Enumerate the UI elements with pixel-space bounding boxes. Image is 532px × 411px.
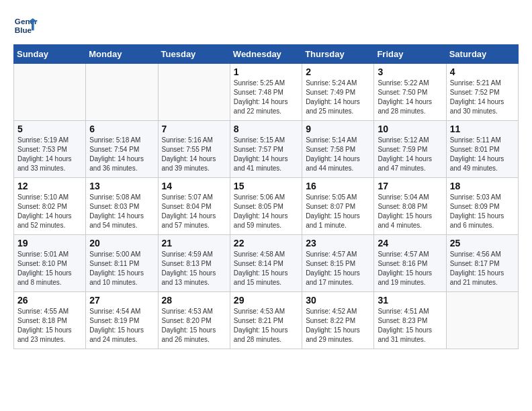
day-number: 19 [17,238,82,248]
day-info: Sunrise: 5:07 AM Sunset: 8:04 PM Dayligh… [162,193,226,230]
calendar-cell: 27Sunrise: 4:54 AM Sunset: 8:19 PM Dayli… [86,292,158,349]
calendar-cell: 5Sunrise: 5:19 AM Sunset: 7:53 PM Daylig… [14,121,86,178]
day-info: Sunrise: 5:21 AM Sunset: 7:52 PM Dayligh… [450,79,515,116]
day-info: Sunrise: 4:59 AM Sunset: 8:13 PM Dayligh… [162,250,226,287]
day-info: Sunrise: 5:19 AM Sunset: 7:53 PM Dayligh… [17,136,82,173]
calendar-cell: 20Sunrise: 5:00 AM Sunset: 8:11 PM Dayli… [86,235,158,292]
day-number: 2 [306,66,370,77]
day-info: Sunrise: 5:25 AM Sunset: 7:48 PM Dayligh… [234,79,298,116]
day-number: 1 [234,66,298,77]
column-header-monday: Monday [86,45,158,64]
day-info: Sunrise: 4:55 AM Sunset: 8:18 PM Dayligh… [17,307,82,345]
day-number: 9 [306,124,370,134]
day-number: 8 [234,124,298,134]
day-info: Sunrise: 5:24 AM Sunset: 7:49 PM Dayligh… [306,79,370,116]
day-info: Sunrise: 4:58 AM Sunset: 8:14 PM Dayligh… [234,250,298,287]
day-info: Sunrise: 5:08 AM Sunset: 8:03 PM Dayligh… [89,193,154,230]
calendar-week-4: 19Sunrise: 5:01 AM Sunset: 8:10 PM Dayli… [14,235,519,292]
day-number: 12 [17,181,82,191]
calendar-week-3: 12Sunrise: 5:10 AM Sunset: 8:02 PM Dayli… [14,178,519,235]
calendar-cell: 22Sunrise: 4:58 AM Sunset: 8:14 PM Dayli… [230,235,302,292]
day-info: Sunrise: 5:04 AM Sunset: 8:08 PM Dayligh… [378,193,442,230]
calendar-cell: 26Sunrise: 4:55 AM Sunset: 8:18 PM Dayli… [14,292,86,349]
calendar-cell: 6Sunrise: 5:18 AM Sunset: 7:54 PM Daylig… [86,121,158,178]
day-number: 7 [162,124,226,134]
day-info: Sunrise: 4:53 AM Sunset: 8:20 PM Dayligh… [162,307,226,345]
logo: General Blue [13,13,38,38]
calendar-table: SundayMondayTuesdayWednesdayThursdayFrid… [13,44,519,349]
day-number: 11 [450,124,515,134]
calendar-cell: 2Sunrise: 5:24 AM Sunset: 7:49 PM Daylig… [302,64,374,121]
day-number: 10 [378,124,442,134]
day-info: Sunrise: 5:22 AM Sunset: 7:50 PM Dayligh… [378,79,442,116]
calendar-cell: 23Sunrise: 4:57 AM Sunset: 8:15 PM Dayli… [302,235,374,292]
column-header-tuesday: Tuesday [158,45,230,64]
calendar-cell [158,64,230,121]
page-header: General Blue [13,13,519,38]
day-info: Sunrise: 4:52 AM Sunset: 8:22 PM Dayligh… [306,307,370,345]
calendar-cell: 24Sunrise: 4:57 AM Sunset: 8:16 PM Dayli… [374,235,446,292]
day-info: Sunrise: 5:12 AM Sunset: 7:59 PM Dayligh… [378,136,442,173]
logo-icon: General Blue [13,13,38,38]
column-header-thursday: Thursday [302,45,374,64]
day-number: 26 [17,295,82,306]
day-info: Sunrise: 5:14 AM Sunset: 7:58 PM Dayligh… [306,136,370,173]
column-header-sunday: Sunday [14,45,86,64]
calendar-cell: 25Sunrise: 4:56 AM Sunset: 8:17 PM Dayli… [446,235,518,292]
calendar-cell [14,64,86,121]
day-info: Sunrise: 4:56 AM Sunset: 8:17 PM Dayligh… [450,250,515,287]
calendar-cell: 31Sunrise: 4:51 AM Sunset: 8:23 PM Dayli… [374,292,446,349]
day-info: Sunrise: 5:10 AM Sunset: 8:02 PM Dayligh… [17,193,82,230]
day-number: 31 [378,295,442,306]
calendar-cell: 16Sunrise: 5:05 AM Sunset: 8:07 PM Dayli… [302,178,374,235]
calendar-cell [446,292,518,349]
day-info: Sunrise: 5:03 AM Sunset: 8:09 PM Dayligh… [450,193,515,230]
calendar-week-2: 5Sunrise: 5:19 AM Sunset: 7:53 PM Daylig… [14,121,519,178]
calendar-cell: 7Sunrise: 5:16 AM Sunset: 7:55 PM Daylig… [158,121,230,178]
day-number: 20 [89,238,154,248]
day-info: Sunrise: 4:51 AM Sunset: 8:23 PM Dayligh… [378,307,442,345]
day-info: Sunrise: 4:57 AM Sunset: 8:15 PM Dayligh… [306,250,370,287]
day-number: 15 [234,181,298,191]
calendar-cell: 29Sunrise: 4:53 AM Sunset: 8:21 PM Dayli… [230,292,302,349]
calendar-cell: 1Sunrise: 5:25 AM Sunset: 7:48 PM Daylig… [230,64,302,121]
day-number: 13 [89,181,154,191]
day-number: 24 [378,238,442,248]
calendar-cell: 13Sunrise: 5:08 AM Sunset: 8:03 PM Dayli… [86,178,158,235]
day-number: 4 [450,66,515,77]
calendar-cell: 12Sunrise: 5:10 AM Sunset: 8:02 PM Dayli… [14,178,86,235]
day-info: Sunrise: 5:05 AM Sunset: 8:07 PM Dayligh… [306,193,370,230]
day-number: 25 [450,238,515,248]
day-number: 30 [306,295,370,306]
calendar-week-1: 1Sunrise: 5:25 AM Sunset: 7:48 PM Daylig… [14,64,519,121]
day-info: Sunrise: 5:06 AM Sunset: 8:05 PM Dayligh… [234,193,298,230]
calendar-cell: 4Sunrise: 5:21 AM Sunset: 7:52 PM Daylig… [446,64,518,121]
day-info: Sunrise: 5:18 AM Sunset: 7:54 PM Dayligh… [89,136,154,173]
calendar-cell: 21Sunrise: 4:59 AM Sunset: 8:13 PM Dayli… [158,235,230,292]
calendar-cell: 18Sunrise: 5:03 AM Sunset: 8:09 PM Dayli… [446,178,518,235]
day-info: Sunrise: 5:11 AM Sunset: 8:01 PM Dayligh… [450,136,515,173]
day-number: 17 [378,181,442,191]
header-row: SundayMondayTuesdayWednesdayThursdayFrid… [14,45,519,64]
day-number: 22 [234,238,298,248]
calendar-cell: 3Sunrise: 5:22 AM Sunset: 7:50 PM Daylig… [374,64,446,121]
day-number: 6 [89,124,154,134]
calendar-cell: 8Sunrise: 5:15 AM Sunset: 7:57 PM Daylig… [230,121,302,178]
calendar-cell: 19Sunrise: 5:01 AM Sunset: 8:10 PM Dayli… [14,235,86,292]
calendar-week-5: 26Sunrise: 4:55 AM Sunset: 8:18 PM Dayli… [14,292,519,349]
day-number: 16 [306,181,370,191]
day-number: 14 [162,181,226,191]
day-number: 21 [162,238,226,248]
calendar-cell: 14Sunrise: 5:07 AM Sunset: 8:04 PM Dayli… [158,178,230,235]
column-header-saturday: Saturday [446,45,518,64]
day-info: Sunrise: 4:54 AM Sunset: 8:19 PM Dayligh… [89,307,154,345]
calendar-cell: 30Sunrise: 4:52 AM Sunset: 8:22 PM Dayli… [302,292,374,349]
calendar-cell: 28Sunrise: 4:53 AM Sunset: 8:20 PM Dayli… [158,292,230,349]
day-info: Sunrise: 5:01 AM Sunset: 8:10 PM Dayligh… [17,250,82,287]
calendar-cell [86,64,158,121]
calendar-cell: 17Sunrise: 5:04 AM Sunset: 8:08 PM Dayli… [374,178,446,235]
day-number: 28 [162,295,226,306]
day-info: Sunrise: 5:16 AM Sunset: 7:55 PM Dayligh… [162,136,226,173]
day-number: 5 [17,124,82,134]
day-number: 18 [450,181,515,191]
